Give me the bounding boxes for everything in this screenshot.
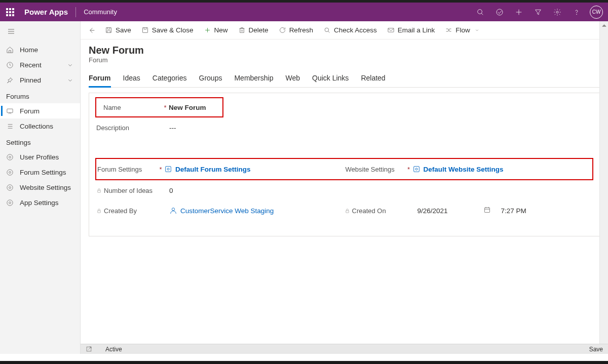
svg-point-22 [9, 186, 11, 188]
svg-point-19 [7, 154, 13, 159]
tab-quick-links[interactable]: Quick Links [312, 71, 349, 87]
sidebar: Home Recent Pinned Forums Forum Collecti… [0, 21, 81, 354]
svg-rect-11 [7, 109, 13, 113]
waffle-icon[interactable] [6, 8, 14, 16]
svg-point-2 [497, 9, 503, 15]
svg-point-31 [325, 28, 329, 32]
main-area: Save Save & Close New Delete Refresh Che… [81, 21, 608, 354]
nav-collections[interactable]: Collections [0, 118, 80, 134]
nav-section-forums: Forums [0, 88, 80, 103]
forum-settings-value: Default Forum Settings [175, 166, 251, 173]
svg-point-20 [9, 171, 11, 173]
nav-label: Collections [20, 123, 53, 130]
flow-button[interactable]: Flow [440, 21, 485, 39]
tab-categories[interactable]: Categories [153, 71, 187, 87]
tab-forum[interactable]: Forum [89, 71, 111, 88]
new-button[interactable]: New [199, 21, 233, 39]
chevron-down-icon [474, 27, 480, 33]
svg-point-0 [478, 9, 482, 14]
user-avatar[interactable]: CW [590, 6, 603, 19]
nav-user-profiles[interactable]: User Profiles [0, 149, 80, 165]
tab-groups[interactable]: Groups [199, 71, 222, 87]
add-icon[interactable] [510, 3, 528, 21]
nav-label: User Profiles [20, 153, 59, 161]
refresh-button[interactable]: Refresh [274, 21, 318, 39]
nav-home[interactable]: Home [0, 42, 80, 57]
name-field-highlight: Name * New Forum [95, 97, 223, 117]
required-mark: * [405, 166, 412, 173]
svg-line-1 [481, 13, 483, 15]
description-value[interactable]: --- [169, 124, 176, 132]
svg-rect-33 [388, 28, 394, 32]
page-subtitle: Forum [89, 56, 600, 64]
svg-rect-41 [346, 211, 349, 213]
status-save-label: Save [589, 346, 603, 353]
nav-recent[interactable]: Recent [0, 57, 80, 72]
hamburger-icon[interactable] [0, 25, 80, 42]
help-icon[interactable] [567, 3, 586, 21]
nav-forum-settings[interactable]: Forum Settings [0, 165, 80, 180]
created-on-label: Created On [352, 207, 386, 215]
chevron-down-icon [66, 76, 74, 84]
number-ideas-label: Number of Ideas [104, 187, 153, 194]
lookup-icon [412, 165, 421, 173]
svg-point-6 [577, 14, 577, 14]
scrollbar[interactable] [599, 21, 608, 344]
calendar-icon[interactable] [483, 206, 491, 216]
nav-forum[interactable]: Forum [0, 103, 80, 118]
email-link-button[interactable]: Email a Link [382, 21, 440, 39]
status-bar: Active Save [81, 344, 608, 354]
name-value[interactable]: New Forum [169, 104, 206, 111]
nav-label: Forum Settings [20, 169, 66, 176]
status-save-button[interactable]: Save [587, 346, 603, 353]
nav-label: Recent [20, 61, 42, 69]
settings-row-highlight: Forum Settings * Default Forum Settings … [95, 158, 593, 180]
settings-icon[interactable] [548, 3, 566, 21]
nav-app-settings[interactable]: App Settings [0, 195, 80, 210]
tabs: Forum Ideas Categories Groups Membership… [89, 71, 600, 88]
nav-website-settings[interactable]: Website Settings [0, 180, 80, 195]
lookup-icon [164, 165, 172, 173]
cmd-label: Flow [455, 26, 470, 34]
svg-rect-34 [166, 167, 171, 172]
brand-label: Power Apps [24, 8, 68, 16]
lock-icon [345, 208, 350, 214]
svg-rect-42 [484, 208, 489, 212]
svg-point-35 [167, 168, 169, 170]
tab-ideas[interactable]: Ideas [123, 71, 140, 87]
required-mark: * [162, 104, 169, 111]
environment-label[interactable]: Community [84, 8, 117, 16]
svg-rect-38 [98, 190, 101, 192]
created-by-label: Created By [104, 207, 137, 215]
nav-pinned[interactable]: Pinned [0, 72, 80, 88]
filter-icon[interactable] [529, 3, 547, 21]
search-icon[interactable] [471, 3, 489, 21]
tab-membership[interactable]: Membership [234, 71, 273, 87]
svg-point-37 [415, 168, 417, 170]
check-access-button[interactable]: Check Access [318, 21, 382, 39]
nav-label: Website Settings [20, 184, 71, 191]
forum-settings-label: Forum Settings [97, 166, 142, 173]
target-icon[interactable] [490, 3, 509, 21]
save-button[interactable]: Save [100, 21, 136, 39]
website-settings-lookup[interactable]: Default Website Settings [412, 165, 504, 173]
svg-point-23 [7, 184, 13, 190]
popout-icon[interactable] [86, 346, 92, 352]
command-bar: Save Save & Close New Delete Refresh Che… [81, 21, 608, 39]
cmd-label: Refresh [289, 26, 313, 34]
nav-label: App Settings [20, 199, 59, 207]
number-ideas-value: 0 [169, 187, 173, 194]
scroll-up-icon[interactable] [600, 21, 608, 30]
person-icon [169, 207, 177, 215]
tab-web[interactable]: Web [285, 71, 300, 87]
tab-related[interactable]: Related [361, 71, 385, 87]
save-close-button[interactable]: Save & Close [136, 21, 199, 39]
created-by-value[interactable]: CustomerService Web Staging [169, 207, 274, 215]
forum-settings-lookup[interactable]: Default Forum Settings [164, 165, 251, 173]
svg-rect-27 [142, 28, 147, 33]
delete-button[interactable]: Delete [233, 21, 274, 39]
lock-icon [96, 188, 102, 193]
back-button[interactable] [84, 26, 100, 34]
svg-rect-36 [413, 167, 419, 172]
created-on-time: 7:27 PM [501, 207, 526, 215]
